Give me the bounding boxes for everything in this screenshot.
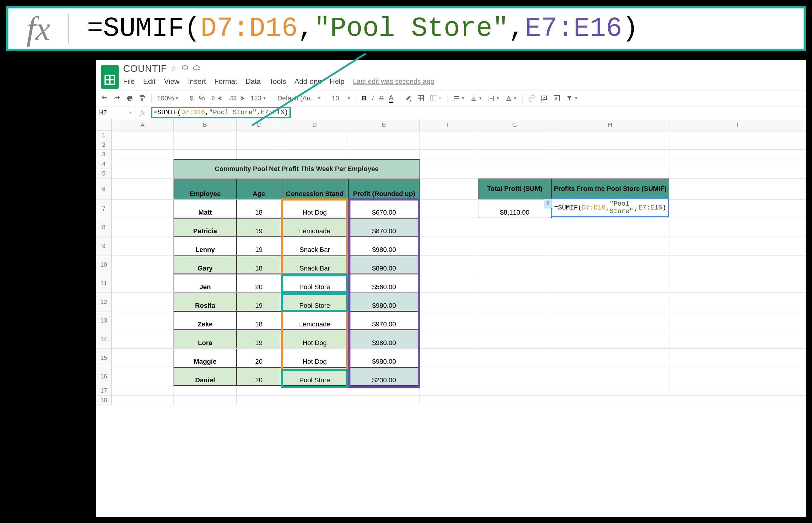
employee-cell[interactable]: Daniel <box>174 367 237 386</box>
row-header[interactable]: 12 <box>96 293 112 311</box>
stand-cell[interactable]: Pool Store <box>281 367 348 386</box>
header-sumif[interactable]: Profits From the Pool Store (SUMIF) <box>551 179 669 199</box>
col-header-H[interactable]: H <box>551 119 669 130</box>
employee-cell[interactable]: Rosita <box>174 293 237 311</box>
percent-button[interactable]: % <box>199 94 205 102</box>
menu-format[interactable]: Format <box>214 77 237 86</box>
document-title[interactable]: COUNTIF <box>123 63 167 74</box>
row-header[interactable]: 8 <box>96 218 112 237</box>
employee-cell[interactable]: Gary <box>174 255 237 274</box>
row-header[interactable]: 16 <box>96 367 112 386</box>
profit-cell[interactable]: $230.00 <box>348 367 420 386</box>
stand-cell[interactable]: Pool Store <box>281 293 348 311</box>
employee-cell[interactable]: Jen <box>174 274 237 292</box>
text-rotation-button[interactable]: ▼ <box>505 95 517 102</box>
profit-cell[interactable]: $980.00 <box>348 330 420 348</box>
row-header[interactable]: 17 <box>96 386 112 395</box>
text-color-button[interactable]: A <box>389 94 393 103</box>
stand-cell[interactable]: Lemonade <box>281 311 348 330</box>
menu-file[interactable]: File <box>123 77 135 86</box>
strikethrough-button[interactable]: S <box>379 94 384 102</box>
row-header[interactable]: 4 5 <box>96 159 112 178</box>
employee-cell[interactable]: Lora <box>174 330 237 348</box>
select-all-corner[interactable] <box>96 119 112 130</box>
col-header-G[interactable]: G <box>478 119 551 130</box>
profit-cell[interactable]: $670.00 <box>348 200 420 218</box>
v-align-button[interactable]: ▼ <box>470 95 482 102</box>
col-header-A[interactable]: A <box>112 119 174 130</box>
formula-input[interactable]: =SUMIF(D7:D16,"Pool Store",E7:E16) <box>150 106 806 119</box>
age-cell[interactable]: 20 <box>237 349 281 367</box>
stand-cell[interactable]: Hot Dog <box>281 200 348 218</box>
employee-cell[interactable]: Lenny <box>174 237 237 255</box>
merge-cells-button[interactable]: ▼ <box>430 95 442 102</box>
stand-cell[interactable]: Snack Bar <box>281 255 348 274</box>
italic-button[interactable]: I <box>372 94 374 102</box>
profit-cell[interactable]: $560.00 <box>348 274 420 292</box>
age-cell[interactable]: 20 <box>237 367 281 386</box>
row-header[interactable]: 3 <box>96 150 112 159</box>
stand-cell[interactable]: Hot Dog <box>281 349 348 367</box>
age-cell[interactable]: 20 <box>237 274 281 292</box>
row-header[interactable]: 10 <box>96 255 112 274</box>
active-cell-editor[interactable]: ? =SUMIF(D7:D16,"Pool Store",E7:E16) <box>551 198 669 217</box>
row-header[interactable]: 14 <box>96 330 112 348</box>
filter-button[interactable]: ▼ <box>566 95 578 102</box>
menu-insert[interactable]: Insert <box>188 77 206 86</box>
row-header[interactable]: 2 <box>96 140 112 149</box>
profit-cell[interactable]: $980.00 <box>348 293 420 311</box>
age-cell[interactable]: 18 <box>237 255 281 274</box>
insert-comment-button[interactable] <box>541 95 548 102</box>
age-cell[interactable]: 18 <box>237 311 281 330</box>
profit-cell[interactable]: $970.00 <box>348 311 420 330</box>
row-header[interactable]: 11 <box>96 274 112 292</box>
employee-cell[interactable]: Patricia <box>174 218 237 237</box>
borders-button[interactable] <box>417 95 424 102</box>
header-profit[interactable]: Profit (Rounded up) <box>348 179 420 199</box>
age-cell[interactable]: 19 <box>237 237 281 255</box>
total-profit-value[interactable]: $8,110.00 <box>478 200 551 218</box>
name-box[interactable]: H7▼ <box>96 106 135 119</box>
currency-button[interactable]: $ <box>190 94 193 102</box>
employee-cell[interactable]: Maggie <box>174 349 237 367</box>
print-button[interactable] <box>126 95 133 102</box>
zoom-dropdown[interactable]: 100% ▼ <box>157 94 179 102</box>
age-cell[interactable]: 18 <box>237 200 281 218</box>
undo-button[interactable] <box>101 95 108 102</box>
move-icon[interactable] <box>182 64 189 73</box>
employee-cell[interactable]: Matt <box>174 200 237 218</box>
row-header[interactable]: 13 <box>96 311 112 330</box>
col-header-F[interactable]: F <box>420 119 478 130</box>
menu-edit[interactable]: Edit <box>143 77 155 86</box>
fill-color-button[interactable] <box>404 95 412 102</box>
header-total-profit[interactable]: Total Profit (SUM) <box>478 179 551 199</box>
redo-button[interactable] <box>114 95 121 102</box>
paint-format-button[interactable] <box>139 95 146 102</box>
star-icon[interactable]: ☆ <box>171 64 177 73</box>
table-title[interactable]: Community Pool Net Profit This Week Per … <box>174 159 420 178</box>
col-header-B[interactable]: B <box>174 119 237 130</box>
decrease-decimal-button[interactable]: .0 <box>210 95 223 102</box>
profit-cell[interactable]: $890.00 <box>348 255 420 274</box>
stand-cell[interactable]: Snack Bar <box>281 237 348 255</box>
text-wrap-button[interactable]: ▼ <box>488 95 500 102</box>
row-header[interactable]: 7 <box>96 200 112 218</box>
insert-link-button[interactable] <box>528 95 535 102</box>
age-cell[interactable]: 19 <box>237 293 281 311</box>
age-cell[interactable]: 19 <box>237 218 281 237</box>
row-header[interactable]: 6 <box>96 179 112 199</box>
h-align-button[interactable]: ▼ <box>453 95 465 102</box>
row-header[interactable]: 18 <box>96 396 112 405</box>
cloud-status-icon[interactable] <box>193 64 201 73</box>
increase-decimal-button[interactable]: .00 <box>229 95 245 102</box>
header-employee[interactable]: Employee <box>174 179 237 199</box>
stand-cell[interactable]: Lemonade <box>281 218 348 237</box>
row-header[interactable]: 9 <box>96 237 112 255</box>
menu-view[interactable]: View <box>164 77 180 86</box>
stand-cell[interactable]: Pool Store <box>281 274 348 292</box>
age-cell[interactable]: 19 <box>237 330 281 348</box>
header-stand[interactable]: Concession Stand <box>281 179 348 199</box>
formula-hint-icon[interactable]: ? <box>544 199 552 208</box>
profit-cell[interactable]: $870.00 <box>348 218 420 237</box>
insert-chart-button[interactable] <box>553 95 560 102</box>
